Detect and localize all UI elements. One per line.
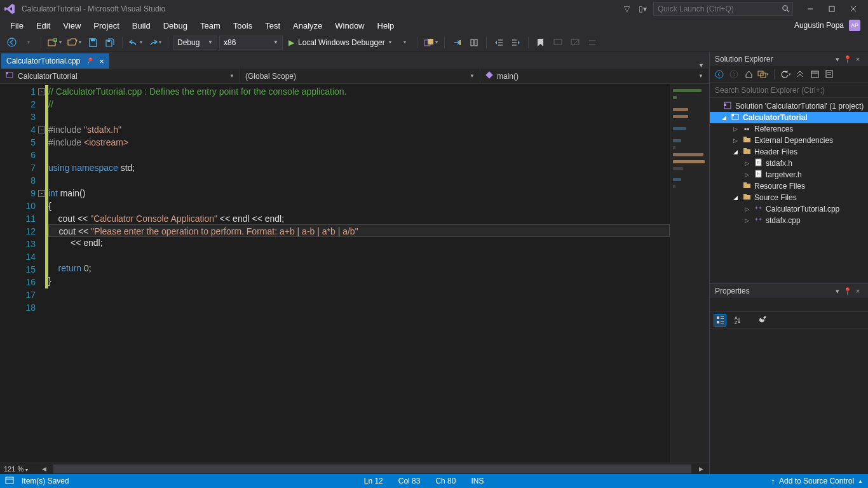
quick-launch-input[interactable] bbox=[658, 4, 789, 13]
minimize-button[interactable] bbox=[799, 1, 821, 17]
main-toolbar: ▾ ✷▾ ▾ ▾ ▾ Debug▼ x86▼ ▶Local Windows De… bbox=[0, 33, 868, 52]
open-file-button[interactable]: ▾ bbox=[65, 36, 83, 50]
user-name[interactable]: Augustin Popa bbox=[794, 21, 844, 30]
quick-launch[interactable] bbox=[653, 2, 793, 16]
show-all-icon[interactable] bbox=[809, 69, 820, 80]
indent-button[interactable] bbox=[508, 36, 524, 50]
fold-toggle[interactable]: - bbox=[38, 190, 45, 197]
project-node[interactable]: ◢CalculatorTutorial bbox=[710, 112, 868, 123]
step-over-button[interactable] bbox=[466, 36, 482, 50]
close-button[interactable] bbox=[843, 1, 864, 17]
maximize-button[interactable] bbox=[821, 1, 843, 17]
output-icon[interactable] bbox=[5, 477, 14, 486]
menu-tools[interactable]: Tools bbox=[227, 19, 259, 32]
add-source-control-button[interactable]: ↑Add to Source Control▲ bbox=[771, 477, 864, 486]
nav-back-button[interactable] bbox=[4, 36, 19, 50]
properties-icon[interactable] bbox=[824, 69, 835, 80]
fwd-icon[interactable] bbox=[728, 69, 740, 80]
resource-files-node[interactable]: Resource Files bbox=[710, 180, 868, 192]
collapse-icon[interactable] bbox=[794, 69, 806, 80]
config-dropdown[interactable]: Debug▼ bbox=[173, 36, 217, 50]
menu-project[interactable]: Project bbox=[87, 19, 125, 32]
pin-icon[interactable]: 📍 bbox=[84, 55, 96, 67]
menu-view[interactable]: View bbox=[57, 19, 87, 32]
nav-project-combo[interactable]: CalculatorTutorial▼ bbox=[0, 69, 240, 83]
save-button[interactable] bbox=[85, 36, 100, 50]
svg-rect-52 bbox=[743, 184, 750, 188]
close-tab-icon[interactable]: × bbox=[99, 57, 104, 66]
sync-icon[interactable]: ▾ bbox=[757, 69, 769, 80]
nav-function-combo[interactable]: main()▼ bbox=[480, 69, 709, 83]
uncomment-button[interactable] bbox=[567, 36, 583, 50]
menu-window[interactable]: Window bbox=[329, 19, 370, 32]
save-all-button[interactable] bbox=[102, 36, 118, 50]
menu-file[interactable]: File bbox=[4, 19, 30, 32]
user-avatar[interactable]: AP bbox=[849, 20, 860, 31]
targetver-h-node[interactable]: ▷htargetver.h bbox=[710, 169, 868, 180]
stdafx-cpp-node[interactable]: ▷⁺⁺stdafx.cpp bbox=[710, 215, 868, 226]
refresh-icon[interactable]: ▾ bbox=[780, 69, 791, 80]
tab-overflow-button[interactable]: ▼ bbox=[693, 62, 709, 69]
panel-pin-icon[interactable]: 📍 bbox=[843, 287, 853, 295]
new-project-button[interactable]: ✷▾ bbox=[46, 36, 64, 50]
start-debugging-button[interactable]: ▶Local Windows Debugger▾ bbox=[285, 38, 395, 47]
source-files-node[interactable]: ◢Source Files bbox=[710, 192, 868, 203]
calc-cpp-node[interactable]: ▷⁺⁺CalculatorTutorial.cpp bbox=[710, 203, 868, 215]
menu-team[interactable]: Team bbox=[194, 19, 227, 32]
solution-search[interactable] bbox=[710, 83, 868, 98]
bookmark-button[interactable] bbox=[533, 36, 548, 50]
process-button[interactable]: ▾ bbox=[422, 36, 440, 50]
svg-rect-53 bbox=[743, 182, 747, 184]
scroll-right-icon[interactable]: ▶ bbox=[696, 466, 705, 472]
property-pages-icon[interactable] bbox=[756, 314, 768, 327]
panel-dropdown-icon[interactable]: ▾ bbox=[832, 287, 843, 295]
platform-dropdown[interactable]: x86▼ bbox=[219, 36, 283, 50]
menu-test[interactable]: Test bbox=[259, 19, 287, 32]
svg-rect-55 bbox=[743, 194, 747, 196]
panel-dropdown-icon[interactable]: ▾ bbox=[832, 55, 843, 64]
home-icon[interactable] bbox=[743, 69, 754, 80]
horizontal-scrollbar[interactable] bbox=[53, 464, 691, 473]
outdent-button[interactable] bbox=[491, 36, 506, 50]
solution-search-input[interactable] bbox=[710, 83, 868, 97]
panel-close-icon[interactable]: × bbox=[853, 287, 863, 295]
solution-tree[interactable]: Solution 'CalculatorTutorial' (1 project… bbox=[710, 98, 868, 283]
comment-button[interactable] bbox=[550, 36, 566, 50]
nav-fwd-button[interactable]: ▾ bbox=[21, 36, 36, 50]
undo-button[interactable]: ▾ bbox=[127, 36, 144, 50]
menu-edit[interactable]: Edit bbox=[30, 19, 57, 32]
redo-button[interactable]: ▾ bbox=[146, 36, 163, 50]
tab-calculator-cpp[interactable]: CalculatorTutorial.cpp 📍 × bbox=[1, 53, 109, 69]
toggle-button[interactable] bbox=[585, 36, 600, 50]
code-editor[interactable]: -// CalculatorTutorial.cpp : Defines the… bbox=[48, 84, 670, 463]
categorized-icon[interactable] bbox=[714, 314, 726, 327]
status-saved: Item(s) Saved bbox=[14, 477, 77, 485]
menu-help[interactable]: Help bbox=[371, 19, 401, 32]
solution-node[interactable]: Solution 'CalculatorTutorial' (1 project… bbox=[710, 100, 868, 112]
zoom-level[interactable]: 121 % ▾ bbox=[4, 465, 34, 473]
notifications-icon[interactable]: ▽ bbox=[624, 4, 630, 13]
references-node[interactable]: ▷▪▪References bbox=[710, 123, 868, 135]
panel-close-icon[interactable]: × bbox=[853, 55, 863, 63]
menu-analyze[interactable]: Analyze bbox=[287, 19, 329, 32]
scroll-left-icon[interactable]: ◀ bbox=[39, 466, 48, 472]
fold-toggle[interactable]: - bbox=[38, 88, 45, 95]
back-icon[interactable] bbox=[714, 69, 725, 80]
stdafx-h-node[interactable]: ▷hstdafx.h bbox=[710, 158, 868, 169]
header-files-node[interactable]: ◢Header Files bbox=[710, 146, 868, 158]
svg-text:Z: Z bbox=[735, 320, 738, 325]
menu-debug[interactable]: Debug bbox=[157, 19, 194, 32]
feedback-icon[interactable]: ▯▾ bbox=[639, 4, 647, 13]
step-into-button[interactable] bbox=[449, 36, 465, 50]
solution-explorer-toolbar: ▾ ▾ bbox=[710, 66, 868, 83]
fold-toggle[interactable]: - bbox=[38, 126, 45, 133]
panel-pin-icon[interactable]: 📍 bbox=[843, 55, 853, 64]
alphabetical-icon[interactable]: AZ bbox=[730, 314, 743, 327]
svg-rect-59 bbox=[717, 321, 719, 323]
overview-ruler[interactable]: ▭ bbox=[670, 84, 709, 463]
project-icon bbox=[5, 71, 14, 81]
external-deps-node[interactable]: ▷External Dependencies bbox=[710, 135, 868, 146]
menu-build[interactable]: Build bbox=[126, 19, 157, 32]
nav-scope-combo[interactable]: (Global Scope)▼ bbox=[240, 69, 480, 83]
svg-rect-41 bbox=[724, 104, 726, 106]
